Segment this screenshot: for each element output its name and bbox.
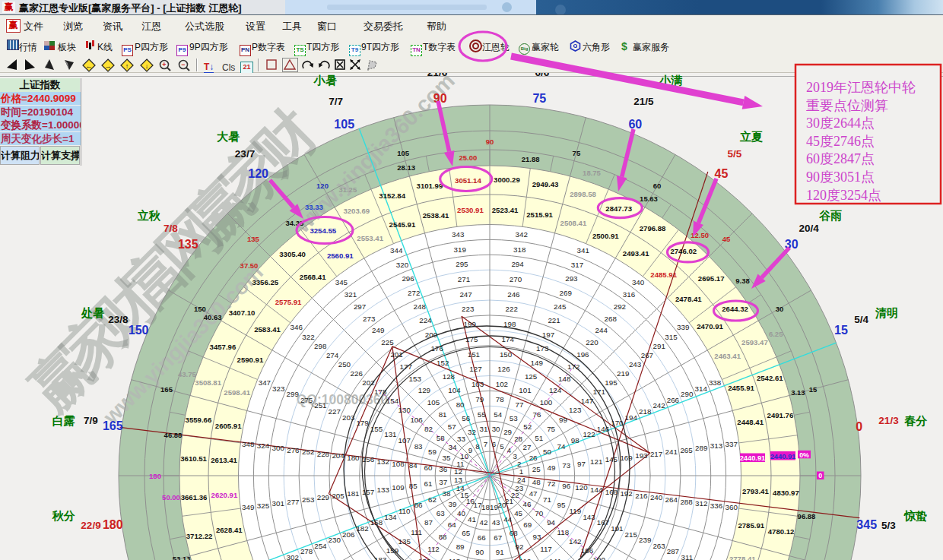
svg-text:90度3051点: 90度3051点 [806,169,875,185]
svg-text:60度2847点: 60度2847点 [806,151,875,166]
svg-text:2019年江恩轮中轮: 2019年江恩轮中轮 [806,80,916,95]
svg-text:30度2644点: 30度2644点 [806,115,875,131]
svg-text:重要点位测算: 重要点位测算 [806,98,888,113]
svg-text:45度2746点: 45度2746点 [806,134,875,149]
svg-text:120度3254点: 120度3254点 [806,188,881,203]
